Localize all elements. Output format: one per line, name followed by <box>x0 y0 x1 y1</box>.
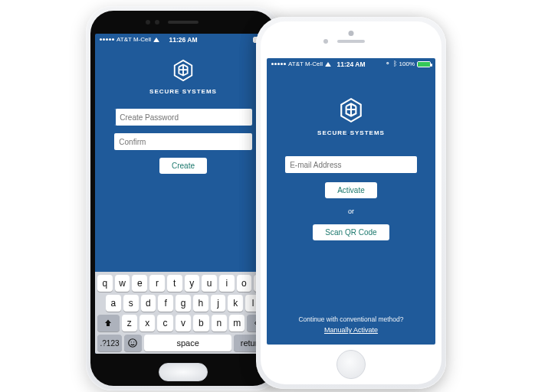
proximity-sensor <box>323 39 328 44</box>
svg-point-3 <box>134 341 135 342</box>
key-u[interactable]: u <box>202 275 217 292</box>
battery-icon <box>417 61 431 67</box>
screen: AT&T M-Cell 11:26 AM <box>95 34 271 354</box>
key-shift[interactable] <box>97 315 120 332</box>
brand-name-b: SYSTEMS <box>182 88 217 95</box>
status-bar: AT&T M-Cell 11:24 AM ⚬ ᛒ 100% <box>267 58 435 70</box>
key-numbers[interactable]: .?123 <box>97 335 122 351</box>
key-m[interactable]: m <box>229 315 245 332</box>
phone-bezel: AT&T M-Cell 11:24 AM ⚬ ᛒ 100% <box>261 21 441 384</box>
key-x[interactable]: x <box>140 315 155 332</box>
home-button[interactable] <box>336 350 366 379</box>
key-space[interactable]: space <box>144 335 231 351</box>
create-button[interactable]: Create <box>159 158 207 174</box>
key-a[interactable]: a <box>106 295 121 312</box>
shift-icon <box>103 318 113 328</box>
create-password-input[interactable] <box>114 109 251 126</box>
key-v[interactable]: v <box>176 315 191 332</box>
keyboard-row-3: z x c v b n m <box>97 315 269 332</box>
brand-name-a: SECURE <box>317 129 347 136</box>
key-emoji[interactable] <box>124 335 142 351</box>
key-j[interactable]: j <box>211 295 226 312</box>
brand-name-b: SYSTEMS <box>350 129 385 136</box>
footer: Continue with conventional method? Manua… <box>267 315 435 334</box>
key-k[interactable]: k <box>228 295 243 312</box>
key-d[interactable]: d <box>141 295 156 312</box>
speaker-slot <box>337 40 365 43</box>
screen: AT&T M-Cell 11:24 AM ⚬ ᛒ 100% <box>267 58 435 345</box>
key-f[interactable]: f <box>158 295 173 312</box>
footer-prompt: Continue with conventional method? <box>267 315 435 323</box>
manually-activate-link[interactable]: Manually Activate <box>267 326 435 334</box>
phone-bezel: AT&T M-Cell 11:26 AM <box>90 11 276 386</box>
brand-name-a: SECURE <box>149 88 179 95</box>
brand-lockup: SECURE.SYSTEMS <box>149 59 217 95</box>
key-y[interactable]: y <box>185 275 200 292</box>
key-o[interactable]: o <box>237 275 252 292</box>
activate-button[interactable]: Activate <box>325 182 377 198</box>
app-create-password: SECURE.SYSTEMS Create <box>95 45 271 272</box>
soft-keyboard: q w e r t y u i o p a s d f g h <box>95 272 271 354</box>
key-b[interactable]: b <box>193 315 208 332</box>
clock: 11:24 AM <box>267 60 435 68</box>
android-phone-frame: AT&T M-Cell 11:26 AM <box>86 6 281 390</box>
clock: 11:26 AM <box>95 36 271 44</box>
form-fields: Activate or Scan QR Code <box>285 156 417 240</box>
brand-name: SECURE.SYSTEMS <box>317 129 385 136</box>
sensor-dots <box>146 20 150 24</box>
emoji-icon <box>127 338 138 348</box>
app-activate: SECURE.SYSTEMS Activate or Scan QR Code … <box>267 70 435 345</box>
key-c[interactable]: c <box>157 315 172 332</box>
key-g[interactable]: g <box>176 295 191 312</box>
brand-logo-icon <box>172 59 195 85</box>
confirm-password-input[interactable] <box>114 133 251 150</box>
key-w[interactable]: w <box>115 275 130 292</box>
key-r[interactable]: r <box>149 275 165 292</box>
keyboard-row-1: q w e r t y u i o p <box>97 275 269 292</box>
iphone-frame: AT&T M-Cell 11:24 AM ⚬ ᛒ 100% <box>256 17 446 389</box>
keyboard-row-4: .?123 space return <box>97 335 269 351</box>
keyboard-row-2: a s d f g h j k l <box>97 295 269 312</box>
key-n[interactable]: n <box>212 315 227 332</box>
key-t[interactable]: t <box>167 275 182 292</box>
email-input[interactable] <box>285 156 417 173</box>
front-camera <box>349 31 354 36</box>
key-q[interactable]: q <box>97 275 113 292</box>
key-i[interactable]: i <box>219 275 235 292</box>
scan-qr-button[interactable]: Scan QR Code <box>313 224 389 240</box>
speaker-slot <box>168 21 199 24</box>
form-fields: Create <box>114 109 251 174</box>
or-divider: or <box>285 207 417 215</box>
status-bar: AT&T M-Cell 11:26 AM <box>95 34 271 45</box>
key-s[interactable]: s <box>123 295 139 312</box>
brand-lockup: SECURE.SYSTEMS <box>317 97 385 136</box>
key-e[interactable]: e <box>132 275 147 292</box>
svg-point-1 <box>129 339 137 348</box>
home-button[interactable] <box>159 363 208 381</box>
key-z[interactable]: z <box>122 315 137 332</box>
brand-logo-icon <box>338 97 364 126</box>
brand-name: SECURE.SYSTEMS <box>149 88 217 95</box>
key-h[interactable]: h <box>193 295 208 312</box>
svg-point-2 <box>131 341 132 342</box>
